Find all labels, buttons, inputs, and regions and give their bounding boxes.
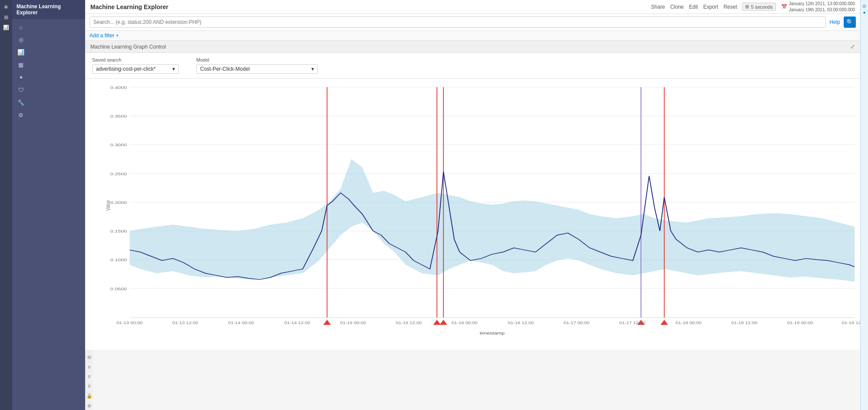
dashboard-icon: ▦	[17, 62, 24, 68]
svg-text:0.3500: 0.3500	[110, 114, 127, 118]
app-icon-2[interactable]: ▦	[1, 12, 11, 22]
chart-area: 0.4000 0.3500 0.3000 0.2500 0.2000 0.150…	[85, 79, 860, 350]
sidebar-header[interactable]: Machine Learning Explorer	[12, 0, 85, 19]
expand-icon[interactable]: ⤢	[850, 43, 855, 50]
shield-icon: 🛡	[17, 87, 24, 93]
side-tab-plus[interactable]: ⊕	[86, 402, 92, 410]
model-group: Model Cost-Per-Click-Model ▾	[196, 57, 318, 74]
main-content: Machine Learning Graph Control ⤢ Saved s…	[85, 41, 860, 350]
home-icon: ⌂	[17, 24, 24, 30]
svg-marker-23	[433, 320, 441, 325]
svg-text:01-14 00:00: 01-14 00:00	[228, 321, 254, 325]
sidebar-item-dashboard[interactable]: ▦	[12, 59, 85, 71]
sidebar-item-discover[interactable]: ◎	[12, 33, 85, 46]
date-to: January 19th 2011, 03:00:000.000	[789, 7, 855, 13]
datetime-display: January 12th 2011, 13:00:000.000 January…	[789, 1, 855, 13]
discover-icon: ◎	[17, 36, 24, 43]
saved-search-value: advertising-cost-per-click*	[96, 66, 155, 72]
sidebar-item-home[interactable]: ⌂	[12, 21, 85, 33]
date-from: January 12th 2011, 13:00:000.000	[789, 1, 855, 7]
controls-row: Saved search advertising-cost-per-click*…	[85, 53, 860, 79]
far-right-panel: ◎ ●	[860, 0, 868, 410]
y-axis-label: Value	[105, 200, 111, 211]
timer-value: 5 seconds	[751, 4, 772, 10]
svg-text:0.2500: 0.2500	[110, 171, 127, 176]
svg-text:01-19 00:00: 01-19 00:00	[787, 321, 813, 325]
add-filter-label: Add a filter	[89, 33, 114, 39]
app-icon-1[interactable]: ◉	[1, 2, 11, 11]
export-link[interactable]: Export	[703, 4, 718, 10]
svg-text:0.4000: 0.4000	[110, 85, 127, 89]
panel-header: Machine Learning Graph Control ⤢	[85, 41, 860, 53]
svg-text:01-13 00:00: 01-13 00:00	[116, 321, 142, 325]
sidebar-item-ml[interactable]: ✦	[12, 71, 85, 84]
search-bar: Help 🔍	[85, 14, 860, 31]
sidebar-item-visualize[interactable]: 📊	[12, 46, 85, 59]
side-tab-hash3[interactable]: #	[86, 382, 92, 390]
svg-text:0.2000: 0.2000	[110, 200, 127, 204]
svg-text:01-16 12:00: 01-16 12:00	[508, 321, 534, 325]
far-right-icon-1[interactable]: ◎	[862, 3, 866, 8]
wrench-icon: 🔧	[17, 99, 24, 106]
app-icon-3[interactable]: 📊	[1, 23, 11, 32]
svg-marker-26	[660, 320, 668, 325]
calendar-icon: 📅	[781, 4, 787, 10]
svg-text:01-13 12:00: 01-13 12:00	[172, 321, 198, 325]
model-select[interactable]: Cost-Per-Click-Model ▾	[196, 64, 318, 74]
svg-text:01-17 00:00: 01-17 00:00	[564, 321, 590, 325]
saved-search-label: Saved search	[92, 57, 179, 62]
svg-text:01-17 12:00: 01-17 12:00	[619, 321, 645, 325]
share-link[interactable]: Share	[651, 4, 665, 10]
timer-button[interactable]: ⊞ 5 seconds	[742, 3, 776, 11]
settings-icon: ⚙	[17, 112, 24, 118]
search-button[interactable]: 🔍	[844, 16, 856, 28]
visualize-icon: 📊	[17, 49, 24, 56]
side-tab-hash2[interactable]: #	[86, 373, 92, 380]
search-input[interactable]	[93, 19, 822, 25]
svg-text:01-18 12:00: 01-18 12:00	[731, 321, 757, 325]
far-right-icon-2[interactable]: ●	[863, 10, 865, 15]
top-bar-actions: Share Clone Edit Export Reset ⊞ 5 second…	[651, 1, 855, 13]
add-filter-link[interactable]: Add a filter +	[89, 33, 119, 39]
model-label: Model	[196, 57, 318, 62]
right-panel: Machine Learning Explorer Share Clone Ed…	[85, 0, 860, 410]
reset-link[interactable]: Reset	[723, 4, 737, 10]
panel-title: Machine Learning Graph Control	[90, 44, 166, 50]
chart-svg: 0.4000 0.3500 0.3000 0.2500 0.2000 0.150…	[102, 83, 860, 337]
chevron-down-icon: ▾	[172, 66, 175, 72]
anomaly-markers	[323, 320, 668, 325]
sidebar: Machine Learning Explorer ⌂ ◎ 📊 ▦ ✦ 🛡 🔧 …	[12, 0, 85, 410]
saved-search-select[interactable]: advertising-cost-per-click* ▾	[92, 64, 179, 74]
page-title: Machine Learning Explorer	[90, 3, 651, 10]
svg-text:0.3000: 0.3000	[110, 143, 127, 147]
side-tab-hash1[interactable]: #	[86, 363, 92, 371]
svg-text:01-16 00:00: 01-16 00:00	[452, 321, 478, 325]
sidebar-item-shield[interactable]: 🛡	[12, 84, 85, 96]
sidebar-item-settings[interactable]: ⚙	[12, 109, 85, 121]
x-axis-labels: 01-13 00:00 01-13 12:00 01-14 00:00 01-1…	[116, 321, 860, 325]
help-link[interactable]: Help	[829, 19, 840, 25]
sidebar-nav: ⌂ ◎ 📊 ▦ ✦ 🛡 🔧 ⚙	[12, 19, 85, 121]
search-input-wrap[interactable]	[89, 16, 826, 28]
model-value: Cost-Per-Click-Model	[200, 66, 250, 72]
svg-text:01-19 12:00: 01-19 12:00	[842, 321, 860, 325]
sidebar-item-wrench[interactable]: 🔧	[12, 96, 85, 109]
timer-grid-icon: ⊞	[745, 4, 749, 10]
side-tab-lock[interactable]: 🔒	[85, 392, 94, 400]
add-filter-icon: +	[116, 33, 119, 39]
filter-bar: Add a filter +	[85, 31, 860, 41]
icon-rail: ◉ ▦ 📊	[0, 0, 12, 410]
side-tab-expand[interactable]: ⊞	[86, 353, 92, 361]
model-chevron-icon: ▾	[311, 66, 314, 72]
confidence-band	[129, 159, 855, 282]
svg-marker-24	[440, 320, 447, 325]
top-bar: Machine Learning Explorer Share Clone Ed…	[85, 0, 860, 14]
svg-text:01-18 00:00: 01-18 00:00	[676, 321, 702, 325]
svg-text:01-15 12:00: 01-15 12:00	[396, 321, 422, 325]
svg-text:0.1000: 0.1000	[110, 258, 127, 262]
edit-link[interactable]: Edit	[689, 4, 698, 10]
svg-text:0.0500: 0.0500	[110, 286, 127, 291]
clone-link[interactable]: Clone	[670, 4, 683, 10]
svg-text:01-15 00:00: 01-15 00:00	[340, 321, 366, 325]
right-side-tabs: ⊞ # # # 🔒 ⊕	[85, 350, 93, 410]
